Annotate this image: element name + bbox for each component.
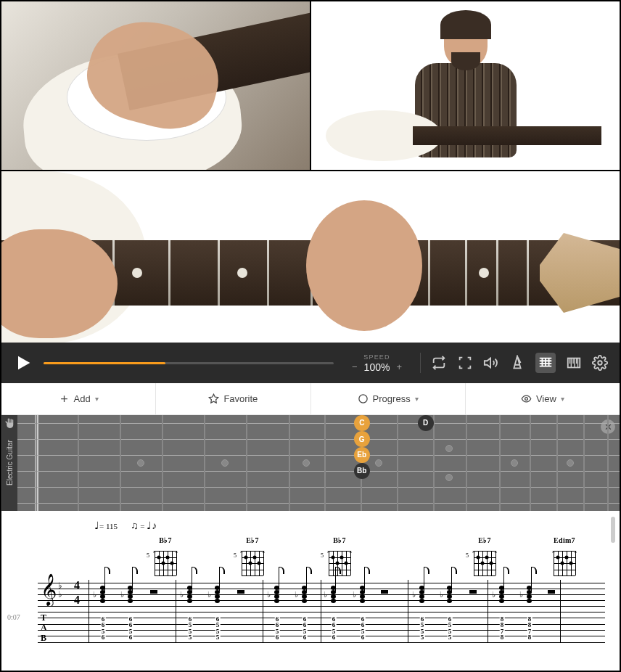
favorite-button[interactable]: Favorite (156, 383, 310, 414)
timecode: 0:07 (7, 613, 20, 621)
speed-value: 100% (364, 361, 390, 373)
fretboard-view-icon[interactable] (535, 353, 556, 373)
hand-icon[interactable] (3, 417, 16, 430)
fretboard-note: Eb (354, 447, 370, 463)
notation-staff: 𝄞 ♭♭ 44 ♭♭♭♭♭♭♭♭♭♭♭♭ (38, 580, 605, 609)
tab-column: 6555 (215, 616, 221, 640)
speed-control: SPEED − 100% + (344, 353, 410, 373)
chevron-down-icon: ▾ (95, 395, 99, 403)
svg-point-3 (525, 398, 528, 401)
speed-increase-button[interactable]: + (394, 361, 404, 372)
tab-column: 6555 (420, 616, 425, 640)
action-bar: Add ▾ Favorite Progress ▾ View ▾ (1, 383, 620, 415)
tab-column: 6656 (361, 616, 366, 640)
fretboard-note: G (354, 431, 370, 447)
chevron-down-icon: ▾ (561, 395, 564, 403)
fretboard-note: D (418, 415, 434, 431)
tab-column: 8878 (500, 616, 505, 640)
tab-column: 6656 (128, 616, 133, 640)
score-view[interactable]: ♩= 115 ♫ = ♩♪ B♭75xxE♭75xxB♭75xxE♭75xxEd… (1, 511, 620, 655)
transport-bar: SPEED − 100% + (1, 343, 620, 383)
svg-point-1 (598, 361, 602, 365)
tab-column: 6656 (332, 616, 337, 640)
treble-clef-icon: 𝄞 (41, 575, 57, 603)
tab-column: 6555 (188, 616, 193, 640)
video-closeup-left (1, 1, 310, 170)
tab-column: 6656 (101, 616, 106, 640)
fretboard-viewer: Electric Guitar ✕ CGEbBbD (1, 415, 620, 511)
chevron-down-icon: ▾ (415, 395, 419, 403)
fretboard-note: C (354, 415, 370, 431)
favorite-label: Favorite (223, 393, 258, 404)
chord-diagram: E♭75xx (239, 536, 266, 575)
video-player[interactable] (1, 1, 620, 343)
video-wide-right (311, 1, 620, 170)
metronome-icon[interactable] (509, 355, 525, 371)
progress-label: Progress (373, 393, 411, 404)
tab-column: 6656 (303, 616, 308, 640)
add-label: Add (74, 393, 91, 404)
tab-column: 8878 (527, 616, 532, 640)
fretboard[interactable]: ✕ CGEbBbD (17, 415, 620, 511)
tab-column: 6656 (275, 616, 280, 640)
chord-diagram: E♭75xx (472, 536, 498, 575)
tempo-marking: ♩= 115 ♫ = ♩♪ (94, 520, 605, 532)
progress-button[interactable]: Progress ▾ (311, 383, 466, 414)
view-button[interactable]: View ▾ (466, 383, 620, 414)
fullscreen-icon[interactable] (457, 355, 473, 371)
volume-icon[interactable] (483, 355, 499, 371)
view-label: View (536, 393, 556, 404)
tab-column: 6555 (448, 616, 453, 640)
svg-point-2 (358, 395, 366, 403)
speed-label: SPEED (363, 353, 390, 361)
keyboard-view-icon[interactable] (566, 355, 582, 371)
progress-bar[interactable] (44, 362, 334, 364)
tablature: TAB 665666566555655566566656665666566555… (38, 610, 605, 647)
loop-icon[interactable] (431, 355, 447, 371)
speed-decrease-button[interactable]: − (350, 361, 360, 372)
settings-icon[interactable] (592, 355, 608, 371)
video-fretboard-cam (1, 171, 620, 343)
fretboard-note: Bb (354, 463, 370, 479)
play-button[interactable] (13, 353, 33, 373)
chord-diagram: B♭75xx (152, 536, 178, 575)
add-button[interactable]: Add ▾ (1, 383, 156, 414)
chord-diagram: Edim7xx (551, 536, 577, 575)
